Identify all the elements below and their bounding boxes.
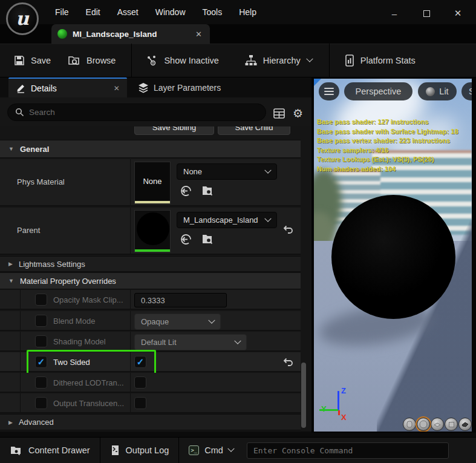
shape-custom-mesh-button[interactable] xyxy=(458,418,472,431)
cmd-selector[interactable]: >_ Cmd xyxy=(179,438,243,463)
settings-gear-icon[interactable]: ⚙ xyxy=(293,107,303,120)
browse-to-asset-icon[interactable] xyxy=(201,185,214,197)
section-general[interactable]: ▼ General xyxy=(0,140,301,158)
shape-sphere-button[interactable] xyxy=(417,418,430,431)
search-icon xyxy=(15,108,24,117)
override-label: Two Sided xyxy=(53,358,90,367)
phys-material-thumbnail[interactable]: None xyxy=(134,162,171,204)
shading-model-value: Default Lit xyxy=(141,338,177,347)
use-selected-asset-icon[interactable] xyxy=(180,185,192,197)
menu-tools[interactable]: Tools xyxy=(199,6,226,18)
use-selected-asset-icon[interactable] xyxy=(180,233,192,246)
two-sided-value-checkbox[interactable]: ✓ xyxy=(134,356,146,368)
axis-z-line xyxy=(337,391,339,410)
terminal-icon: >_ xyxy=(189,445,199,455)
hierarchy-button[interactable]: Hierarchy xyxy=(236,44,321,77)
output-log-icon xyxy=(110,444,120,456)
output-value-checkbox[interactable] xyxy=(134,397,146,409)
content-drawer-button[interactable]: Content Drawer xyxy=(0,438,100,463)
stat-line: Base pass vertex shader: 223 instruction… xyxy=(317,136,472,146)
phys-material-thumb-text: None xyxy=(135,176,170,185)
two-sided-checkbox[interactable]: ✓ xyxy=(35,356,47,368)
unreal-logo: u xyxy=(6,2,39,35)
override-row-blend-mode: Blend Mode Opaque xyxy=(0,311,301,331)
menu-file[interactable]: File xyxy=(51,6,73,18)
asset-tab-close-icon[interactable]: ✕ xyxy=(194,30,204,39)
section-material-property-overrides[interactable]: ▼ Material Property Overrides xyxy=(0,272,301,289)
browse-to-asset-icon[interactable] xyxy=(201,233,214,246)
override-checkbox[interactable] xyxy=(35,376,47,389)
override-label: Blend Mode xyxy=(53,317,95,326)
section-advanced-label: Advanced xyxy=(19,418,54,427)
menu-help[interactable]: Help xyxy=(235,6,260,18)
preview-sphere xyxy=(331,195,455,319)
console-command-input[interactable]: Enter Console Command xyxy=(247,442,449,459)
override-checkbox[interactable] xyxy=(35,397,47,409)
override-row-opacity-mask: Opacity Mask Clip... 0.3333 xyxy=(0,290,301,310)
display-filter-icon[interactable] xyxy=(273,108,285,119)
console-placeholder: Enter Console Command xyxy=(253,446,353,455)
chevron-down-icon xyxy=(208,317,215,323)
stat-line: Base pass shader with Surface Lightmap: … xyxy=(317,127,472,137)
minimize-button[interactable]: – xyxy=(385,6,403,21)
unreal-material-instance-editor: File Edit Asset Window Tools Help – ✕ u … xyxy=(0,0,476,463)
parent-thumb-sphere xyxy=(137,212,169,245)
axis-x-label: X xyxy=(341,413,347,422)
parent-thumbnail[interactable] xyxy=(134,210,171,252)
parent-thumb-color-bar xyxy=(135,249,170,252)
title-bar: File Edit Asset Window Tools Help – ✕ xyxy=(0,0,476,24)
menu-edit[interactable]: Edit xyxy=(82,6,104,18)
platform-stats-button[interactable]: Platform Stats xyxy=(336,44,424,77)
show-inactive-button[interactable]: Show Inactive xyxy=(137,44,227,77)
menu-asset[interactable]: Asset xyxy=(114,6,142,18)
browse-button[interactable]: Browse xyxy=(59,44,124,77)
shape-cylinder-button[interactable] xyxy=(403,418,416,431)
maximize-button[interactable] xyxy=(417,6,435,21)
pencil-icon xyxy=(16,83,26,93)
parent-label: Parent xyxy=(17,226,40,235)
parent-dropdown[interactable]: M_Landscape_Island xyxy=(177,212,277,228)
tab-details[interactable]: Details ✕ xyxy=(8,77,127,97)
override-row-dithered-lod: Dithered LODTran... xyxy=(0,373,301,393)
lit-mode-button[interactable]: Lit xyxy=(418,82,457,100)
tab-layer-parameters[interactable]: Layer Parameters xyxy=(131,77,228,97)
perspective-button[interactable]: Perspective xyxy=(344,82,412,100)
opacity-mask-clip-input[interactable]: 0.3333 xyxy=(134,293,227,307)
shape-cube-button[interactable] xyxy=(445,418,458,431)
override-checkbox[interactable] xyxy=(35,335,47,347)
save-sibling-button[interactable]: Save Sibling xyxy=(134,126,214,135)
phys-material-dropdown[interactable]: None xyxy=(177,163,277,180)
shape-plane-button[interactable] xyxy=(431,418,444,431)
close-button[interactable]: ✕ xyxy=(449,6,467,21)
search-input[interactable]: Search xyxy=(7,103,266,121)
output-log-button[interactable]: Output Log xyxy=(100,438,179,463)
stat-line: Base pass shader: 127 instructions xyxy=(317,117,472,127)
platform-stats-label: Platform Stats xyxy=(360,56,416,65)
chevron-down-icon xyxy=(234,337,241,344)
save-child-button[interactable]: Save Child xyxy=(218,126,290,135)
save-button[interactable]: Save xyxy=(5,44,59,77)
viewport-menu-button[interactable] xyxy=(319,82,339,100)
show-inactive-icon xyxy=(145,54,158,67)
section-lightmass-settings[interactable]: ▶ Lightmass Settings xyxy=(0,256,301,272)
override-checkbox[interactable] xyxy=(35,294,47,306)
override-label: Output Translucen... xyxy=(53,399,124,408)
tab-details-label: Details xyxy=(31,84,57,93)
lit-sphere-icon xyxy=(426,87,435,96)
reset-parent-icon[interactable] xyxy=(282,225,293,234)
override-checkbox[interactable] xyxy=(35,315,47,327)
section-advanced[interactable]: ▶ Advanced xyxy=(0,414,301,430)
reset-two-sided-icon[interactable] xyxy=(282,357,293,367)
details-scrollbar[interactable] xyxy=(301,363,306,428)
dithered-value-checkbox[interactable] xyxy=(134,376,146,389)
show-inactive-label: Show Inactive xyxy=(164,56,218,65)
phys-material-value: None xyxy=(183,167,202,176)
preview-viewport[interactable]: Perspective Lit S Base pass shader: 127 … xyxy=(314,79,472,432)
folder-search-icon xyxy=(10,444,23,456)
asset-tab[interactable]: MI_Landscape_Island ✕ xyxy=(51,24,210,44)
shading-model-dropdown[interactable]: Default Lit xyxy=(134,334,247,350)
shader-stats: Base pass shader: 127 instructions Base … xyxy=(317,117,472,174)
tab-details-close-icon[interactable]: ✕ xyxy=(114,84,120,93)
menu-window[interactable]: Window xyxy=(152,6,189,18)
blend-mode-dropdown[interactable]: Opaque xyxy=(134,314,221,330)
